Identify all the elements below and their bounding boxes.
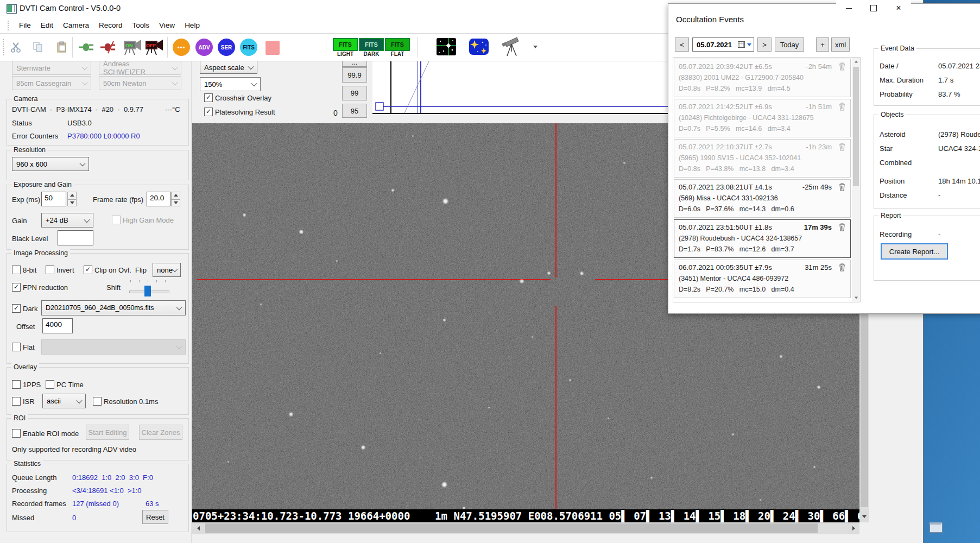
scroll-down-button[interactable] [859, 510, 869, 522]
event-scroll-down[interactable] [852, 294, 860, 302]
isr-checkbox[interactable] [12, 397, 21, 406]
fpn-checkbox[interactable] [12, 283, 21, 292]
percent-button-clipped[interactable]: ... [342, 61, 367, 67]
cut-icon[interactable] [9, 38, 24, 56]
prev-day-button[interactable]: < [675, 37, 689, 52]
fits-light-button[interactable]: FITS LIGHT [333, 38, 358, 57]
event-scroll-up[interactable] [852, 58, 860, 66]
date-picker[interactable]: 05.07.2021 [692, 37, 754, 52]
percent-button-99[interactable]: 99 [342, 86, 367, 100]
delete-event-icon[interactable] [838, 182, 846, 191]
fits-flat-button[interactable]: FITS FLAT [385, 38, 410, 57]
close-button[interactable]: × [886, 0, 911, 16]
dark-checkbox[interactable] [12, 304, 21, 313]
percent-button-95[interactable]: 95 [342, 104, 367, 118]
paste-icon[interactable] [54, 38, 69, 56]
record-options-icon[interactable]: ••• [173, 39, 190, 56]
fps-stepper[interactable] [171, 192, 180, 206]
zoom-level-select[interactable]: 150% [200, 77, 261, 91]
disconnect-icon[interactable] [99, 38, 118, 56]
clear-zones-button[interactable]: Clear Zones [139, 425, 182, 440]
adv-record-icon[interactable]: ADV [195, 39, 213, 56]
isr-format-select[interactable]: ascii [42, 394, 86, 408]
camera-off-icon[interactable]: OFF [144, 37, 166, 58]
menu-item-view[interactable]: View [154, 21, 180, 29]
aspect-scale-select[interactable]: Aspect scale [200, 61, 257, 74]
scroll-right-button[interactable] [848, 522, 859, 534]
event-list-scrollbar[interactable] [852, 58, 860, 302]
invert-checkbox[interactable] [46, 266, 54, 274]
crosshair-overlay-checkbox[interactable] [204, 93, 213, 102]
minimize-button[interactable] [836, 0, 861, 16]
telescope1-select[interactable]: 85cm Cassegrain [12, 76, 91, 90]
1pps-checkbox[interactable] [12, 380, 21, 389]
observer-select[interactable]: Andreas SCHWEIZER [99, 61, 181, 75]
today-button[interactable]: Today [775, 37, 804, 52]
copy-icon[interactable] [30, 38, 46, 56]
site-select[interactable]: Sternwarte [12, 61, 91, 75]
delete-event-icon[interactable] [838, 62, 846, 71]
maximize-button[interactable] [861, 0, 886, 16]
night-sky-icon[interactable] [469, 39, 489, 55]
h-scrollbar[interactable] [192, 522, 859, 534]
flip-select[interactable]: none [153, 263, 181, 277]
fps-input[interactable]: 20.0 [147, 192, 170, 206]
clip-checkbox[interactable] [84, 266, 92, 274]
toolbar-more-chevron-icon[interactable] [533, 46, 538, 48]
camera-on-icon[interactable]: ON [122, 37, 144, 58]
menu-item-camera[interactable]: Camera [58, 21, 94, 29]
high-gain-checkbox[interactable] [112, 216, 121, 224]
8bit-checkbox[interactable] [12, 266, 21, 274]
roi-enable-checkbox[interactable] [12, 429, 21, 438]
telescope2-select[interactable]: 50cm Newton [99, 76, 181, 90]
telescope-icon[interactable] [501, 36, 524, 58]
xml-button[interactable]: xml [831, 37, 850, 52]
pc-time-checkbox[interactable] [46, 380, 54, 389]
fits-dark-button[interactable]: FITS DARK [359, 38, 384, 57]
percent-button-999[interactable]: 99.9 [342, 67, 367, 83]
event-row-selected[interactable]: 05.07.2021 23:51:50UT ±1.8s 17m 39s (297… [674, 219, 851, 258]
create-report-button[interactable]: Create Report... [881, 243, 948, 260]
event-row[interactable]: 06.07.2021 00:05:35UT ±7.9s 31m 25s (345… [674, 260, 851, 298]
scroll-left-button[interactable] [192, 522, 204, 534]
event-countdown: -25m 49s [802, 183, 832, 191]
delete-event-icon[interactable] [838, 102, 846, 111]
flat-checkbox[interactable] [12, 343, 21, 351]
event-row[interactable]: 05.07.2021 22:10:37UT ±2.7s -1h 23m (596… [674, 139, 851, 178]
menu-item-help[interactable]: Help [180, 21, 205, 29]
dark-file-select[interactable]: D20210705_960_24dB_0050ms.fits [41, 300, 186, 315]
menu-item-tools[interactable]: Tools [128, 21, 155, 29]
reset-button[interactable]: Reset [142, 510, 168, 524]
resolution-select[interactable]: 960 x 600 [12, 157, 89, 171]
offset-input[interactable]: 4000 [42, 318, 73, 333]
fits-record-icon[interactable]: FITS [240, 39, 257, 56]
menu-item-edit[interactable]: Edit [36, 21, 58, 29]
platesolving-checkbox[interactable] [204, 108, 213, 116]
next-day-button[interactable]: > [757, 37, 772, 52]
event-scroll-thumb[interactable] [853, 67, 859, 186]
exp-stepper[interactable] [67, 192, 77, 206]
event-row[interactable]: 05.07.2021 23:08:21UT ±4.1s -25m 49s (56… [674, 179, 851, 218]
exp-input[interactable]: 50 [41, 192, 66, 206]
stop-icon[interactable] [265, 41, 280, 55]
menu-item-file[interactable]: File [14, 21, 36, 29]
add-event-button[interactable]: + [816, 37, 829, 52]
shift-slider-handle[interactable] [144, 286, 151, 296]
ser-record-icon[interactable]: SER [218, 39, 235, 56]
h-scroll-thumb[interactable] [205, 523, 818, 533]
black-level-input[interactable] [58, 230, 93, 245]
delete-event-icon[interactable] [838, 142, 846, 151]
connect-icon[interactable] [77, 38, 97, 56]
delete-event-icon[interactable] [838, 223, 846, 231]
flat-file-select[interactable] [41, 339, 186, 355]
desktop-shortcut-icon[interactable] [930, 522, 943, 533]
event-row[interactable]: 05.07.2021 20:39:42UT ±6.5s -2h 54m (838… [674, 59, 851, 97]
menu-item-record[interactable]: Record [94, 21, 128, 29]
event-row[interactable]: 05.07.2021 21:42:52UT ±6.9s -1h 51m (102… [674, 99, 851, 137]
delete-event-icon[interactable] [838, 263, 846, 272]
start-editing-button[interactable]: Start Editing [86, 425, 129, 440]
resolution01-checkbox[interactable] [93, 397, 102, 406]
gain-select[interactable]: +24 dB [41, 213, 93, 228]
event-time: 05.07.2021 23:08:21UT ±4.1s [679, 183, 772, 191]
star-chart-icon[interactable] [437, 38, 456, 55]
